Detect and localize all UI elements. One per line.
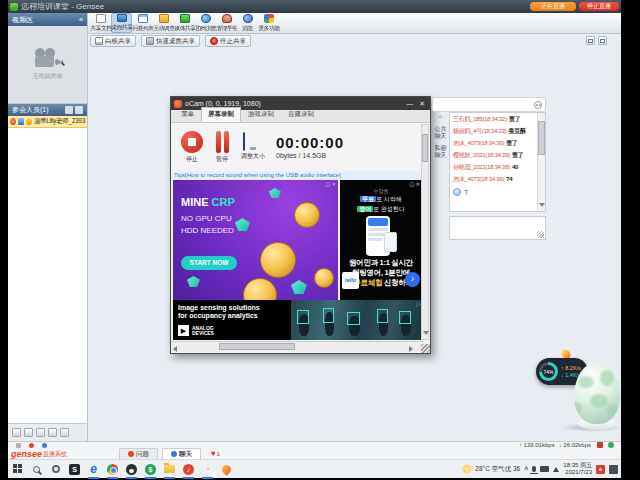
mine-ad-line2: HDD NEEDED	[181, 226, 234, 235]
ad-info-close-icons[interactable]: ⓘ ✕	[325, 181, 336, 187]
tab-audio-record[interactable]: 音频录制	[281, 107, 321, 122]
stop-icon	[181, 131, 203, 153]
chat-message: 樱桃姐_2021(18:34:39):查了	[453, 152, 536, 159]
resize-grip[interactable]	[537, 231, 544, 238]
app-bottom-bar: ↑ 139.01kbps ↓ 26.02kbps gensee 直播系统 问题 …	[8, 441, 621, 459]
hand-icon[interactable]	[60, 428, 69, 437]
tab-question[interactable]: 问题	[119, 448, 158, 459]
tab-private-chat[interactable]: 私密聊天	[433, 145, 448, 159]
layout-view-button-2[interactable]	[598, 36, 607, 45]
action-center-icon[interactable]	[609, 465, 618, 474]
toolbar-message[interactable]: 消息	[237, 13, 258, 33]
toolbar-media-share[interactable]: 媒体共享	[174, 13, 195, 33]
collapse-icon[interactable]: «	[79, 16, 83, 23]
attendee-list[interactable]	[8, 128, 87, 423]
scroll-left-icon[interactable]	[173, 346, 177, 352]
taskbar-app-ie[interactable]: e	[84, 460, 103, 479]
scroll-down-icon[interactable]	[539, 203, 545, 207]
whiteboard-icon	[95, 37, 103, 45]
vertical-scrollbar[interactable]	[421, 124, 429, 340]
video-settings-icon[interactable]	[12, 428, 21, 437]
gauge-value: 74%	[542, 365, 555, 378]
emoji-picker-icon[interactable]	[534, 101, 542, 109]
ocam-title: oCam (0, 0, 1919, 1080)	[185, 100, 261, 107]
scrollbar-thumb[interactable]	[422, 134, 428, 162]
heart-icon[interactable]: ♥	[211, 449, 216, 458]
cortana-button[interactable]	[46, 460, 65, 479]
minimize-button[interactable]: —	[406, 100, 413, 108]
toolbar-questionnaire[interactable]: 问卷列表	[132, 13, 153, 33]
chat-input-box[interactable]	[449, 216, 546, 240]
taskbar-app-music[interactable]: ♪	[179, 460, 198, 479]
start-button[interactable]	[8, 460, 27, 479]
layout-view-button-1[interactable]	[586, 36, 595, 45]
tab-public-chat[interactable]: 公共聊天	[433, 126, 448, 140]
ocam-tip-link[interactable]: Tips[How to record sound when using the …	[171, 171, 430, 180]
tab-menu[interactable]: 菜单	[174, 107, 201, 122]
taskbar-app-flame[interactable]	[217, 460, 236, 479]
taskbar-app-stocks[interactable]: S	[65, 460, 84, 479]
tab-game-record[interactable]: 游戏录制	[241, 107, 281, 122]
scroll-down-icon[interactable]	[423, 331, 429, 335]
weather-text[interactable]: 28°C 空气优 36	[475, 465, 520, 474]
tello-headline-2: 영어로 완성한다	[340, 205, 422, 214]
message-icon	[243, 14, 253, 23]
tray-expand-chevron[interactable]: ^	[524, 466, 528, 473]
start-now-button[interactable]: START NOW	[181, 256, 237, 270]
toolbar-survey[interactable]: 互动调查	[153, 13, 174, 33]
attendee-row[interactable]: 温蒂Lilly老师_2393	[8, 116, 87, 128]
live-status-badge[interactable]: 正在直播 00:47:45	[530, 2, 576, 11]
search-button[interactable]	[27, 460, 46, 479]
quick-desktop-share-button[interactable]: 快速桌面共享	[141, 35, 200, 47]
monitor-view-icon	[600, 39, 605, 43]
chevron-up-icon[interactable]: ^	[432, 114, 449, 121]
tab-chat[interactable]: 聊天	[162, 448, 201, 459]
add-user-icon[interactable]	[65, 106, 73, 114]
gear-icon[interactable]	[48, 428, 57, 437]
mine-crp-ad[interactable]: ⓘ ✕ MINE CRP NO GPU CPU HDD NEEDED START…	[173, 180, 338, 300]
quick-share-icon	[146, 37, 154, 45]
upload-arrow-icon[interactable]	[553, 467, 559, 472]
taskbar-app-finance[interactable]: $	[141, 460, 160, 479]
taskbar-clock[interactable]: 18:35 周五 2021/7/23	[563, 462, 592, 476]
chat-message: 三石妈_185(18:34:32):查了	[453, 116, 536, 123]
chat-top-input[interactable]	[432, 97, 546, 112]
analog-devices-banner[interactable]: Image sensing solutions for occupancy an…	[173, 300, 422, 340]
toolbar-manage-students[interactable]: 管理学生	[216, 13, 237, 33]
scroll-right-icon[interactable]	[409, 346, 413, 352]
close-button[interactable]: ✕	[419, 100, 425, 108]
ad-arrow-button[interactable]: ›	[405, 272, 420, 287]
speaker-icon[interactable]	[24, 428, 33, 437]
mic-settings-icon[interactable]	[36, 428, 45, 437]
tracking-box	[297, 310, 309, 324]
globe-icon	[201, 14, 211, 23]
taskbar-app-chrome[interactable]	[103, 460, 122, 479]
tello-ad[interactable]: ⓘ ✕ 수강료 무료로 시작해 영어로 완성한다 원어민과 1:1 실시간 채팅…	[340, 180, 422, 300]
tello-logo: tello	[342, 272, 359, 289]
board-icon[interactable]	[75, 106, 83, 114]
pause-record-button[interactable]: 暂停	[214, 131, 230, 164]
ad-info-close-icons[interactable]: ⓘ ✕	[409, 181, 420, 187]
tab-screen-record[interactable]: 屏幕录制	[201, 107, 241, 122]
notification-badge-icon[interactable]	[596, 465, 605, 474]
taskbar-app-explorer[interactable]	[160, 460, 179, 479]
taskbar-app-qq[interactable]	[122, 460, 141, 479]
taskbar-app-gensee-active[interactable]	[198, 460, 217, 479]
toolbar-share-doc[interactable]: 共享文档	[90, 13, 111, 33]
chat-message-list[interactable]: 三石妈_185(18:34:32):查了 杨丽妈_4号(18:34:23):蚕豆…	[449, 112, 546, 212]
stop-share-button[interactable]: 停止共享	[205, 35, 251, 47]
microphone-icon[interactable]	[532, 466, 536, 472]
resize-grip[interactable]	[421, 344, 430, 353]
whiteboard-share-button[interactable]: 白板共享	[90, 35, 136, 47]
toolbar-more[interactable]: 更多功能	[258, 13, 279, 33]
toolbar-cobrowse[interactable]: 协同浏览	[195, 13, 216, 33]
toolbar-desktop-share[interactable]: 桌面共享	[111, 13, 132, 33]
chat-scrollbar[interactable]	[537, 113, 545, 211]
keyboard-icon[interactable]	[540, 466, 549, 472]
stop-live-button[interactable]: 停止直播	[579, 2, 619, 11]
scrollbar-thumb[interactable]	[538, 121, 545, 155]
stop-record-button[interactable]: 停止	[181, 131, 203, 164]
scrollbar-thumb[interactable]	[219, 343, 295, 350]
horizontal-scrollbar[interactable]	[171, 341, 423, 351]
resize-button[interactable]: 调整大小	[241, 133, 265, 161]
